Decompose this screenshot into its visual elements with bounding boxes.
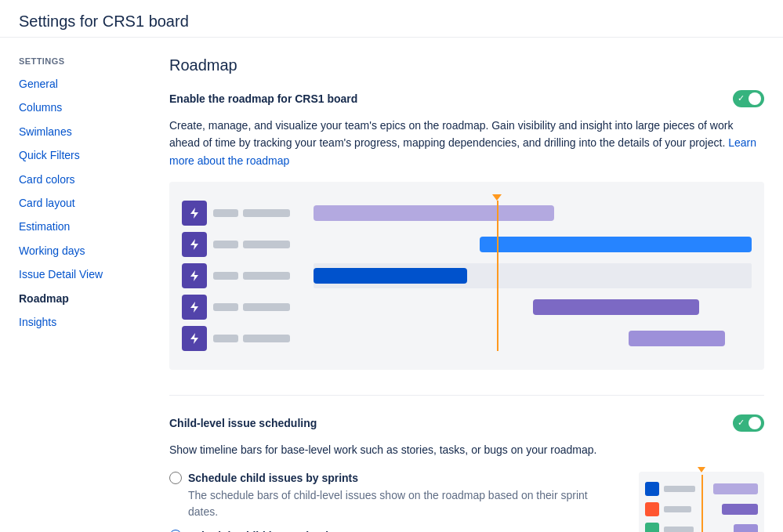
child-description: Show timeline bars for base-level work s… [169,441,764,458]
child-gantt-bar [734,524,758,532]
row-icon [182,263,207,288]
toggle-slider [733,90,764,107]
sidebar-item-columns[interactable]: Columns [19,96,144,119]
row-bar [243,272,290,280]
sidebar-item-roadmap[interactable]: Roadmap [19,287,144,310]
roadmap-row [182,326,752,351]
row-bar [213,335,238,342]
gantt-area [314,232,752,257]
child-icon [645,482,659,496]
roadmap-toggle[interactable]: ✓ [733,90,764,107]
lightning-icon [188,301,201,313]
row-label-bars [213,272,307,280]
child-gantt [713,522,758,532]
child-illustration [639,472,764,532]
sidebar-item-quick-filters[interactable]: Quick Filters [19,143,144,167]
radio-option-sprints: Schedule child issues by sprints The sch… [169,472,620,520]
child-block-title: Child-level issue scheduling [169,417,317,429]
sidebar-item-swimlanes[interactable]: Swimlanes [19,120,144,143]
today-triangle-icon [492,194,502,201]
today-line [497,201,498,351]
child-gantt-bar [713,483,758,494]
page-header: Settings for CRS1 board [0,0,783,38]
child-toggle[interactable]: ✓ [733,414,764,432]
child-gantt [713,481,758,497]
roadmap-row [182,201,752,226]
child-label-bar [664,506,691,512]
lightning-icon [188,238,201,251]
row-bar [213,303,238,311]
radio-desc-sprints: The schedule bars of child-level issues … [188,487,620,520]
lightning-icon [188,270,201,282]
gantt-area [314,326,752,351]
child-toggle-slider [733,414,764,432]
row-bar [243,335,290,342]
child-label-bar [664,527,694,532]
child-scheduling-options: Schedule child issues by sprints The sch… [169,472,620,532]
gantt-bar [314,205,554,221]
radio-option-dates: Schedule child issues by dates The sched… [169,530,620,532]
row-icon [182,201,207,226]
row-label-bars [213,241,307,248]
child-gantt-bar [722,504,758,515]
child-icon [645,523,659,532]
row-label-bars [213,335,307,342]
main-content: Roadmap Enable the roadmap for CRS1 boar… [169,56,764,532]
child-gantt [713,501,758,517]
row-icon [182,295,207,320]
sidebar: SETTINGS General Columns Swimlanes Quick… [19,56,144,532]
gantt-bar [629,331,725,346]
radio-label-sprints[interactable]: Schedule child issues by sprints [169,472,620,484]
sidebar-heading: SETTINGS [19,56,144,66]
row-bar [243,241,290,248]
toggle-row-child: Child-level issue scheduling ✓ [169,414,764,432]
sidebar-item-working-days[interactable]: Working days [19,239,144,262]
lightning-icon [188,332,201,345]
row-bar [243,303,290,311]
row-bar [213,241,238,248]
sidebar-item-card-layout[interactable]: Card layout [19,191,144,215]
lightning-icon [188,207,201,219]
child-scheduling-container: Schedule child issues by sprints The sch… [169,472,764,532]
gantt-area [314,295,752,320]
roadmap-description: Create, manage, and visualize your team'… [169,117,764,169]
roadmap-row [182,263,752,288]
toggle-row-roadmap: Enable the roadmap for CRS1 board ✓ [169,90,764,107]
row-bar [213,272,238,280]
roadmap-enable-block: Enable the roadmap for CRS1 board ✓ Crea… [169,90,764,370]
gantt-area [314,201,752,226]
gantt-bar [480,237,752,252]
row-label-bars [213,209,307,217]
page-title: Settings for CRS1 board [19,13,764,31]
sidebar-item-issue-detail-view[interactable]: Issue Detail View [19,262,144,286]
child-scheduling-section: Child-level issue scheduling ✓ Show time… [169,414,764,532]
child-icon [645,502,659,516]
row-icon [182,326,207,351]
roadmap-illustration [169,182,764,370]
sidebar-item-card-colors[interactable]: Card colors [19,168,144,191]
row-label-bars [213,303,307,311]
radio-dates[interactable] [169,530,182,532]
radio-label-dates[interactable]: Schedule child issues by dates [169,530,620,532]
row-bar [213,209,238,217]
child-label-bar [664,486,695,492]
radio-sprints[interactable] [169,472,182,484]
sidebar-item-general[interactable]: General [19,72,144,96]
gantt-bar [533,299,699,315]
layout: SETTINGS General Columns Swimlanes Quick… [0,38,783,532]
sidebar-item-insights[interactable]: Insights [19,310,144,334]
row-icon [182,232,207,257]
section-divider [169,395,764,396]
roadmap-block-title: Enable the roadmap for CRS1 board [169,92,357,105]
roadmap-row [182,295,752,320]
row-bar [243,209,290,217]
gantt-bar [314,268,467,284]
child-today-line [701,475,703,532]
roadmap-row [182,232,752,257]
roadmap-rows [182,201,752,351]
gantt-area [314,263,752,288]
sidebar-item-estimation[interactable]: Estimation [19,215,144,238]
section-title: Roadmap [169,56,764,74]
child-today-triangle-icon [698,467,705,472]
